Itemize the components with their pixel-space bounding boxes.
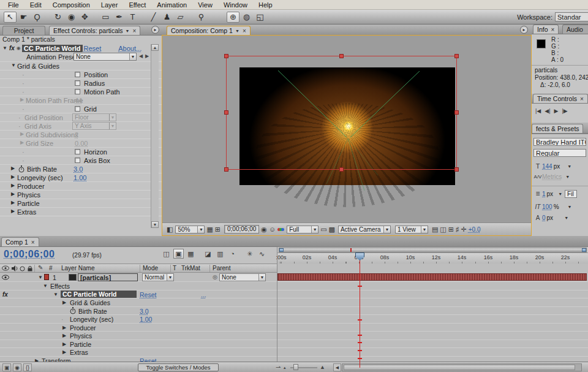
prop-value[interactable]: 44 (75, 97, 82, 104)
row-label[interactable]: Physics (70, 332, 92, 340)
group-label[interactable]: Producer (17, 183, 45, 190)
timeline-current-time[interactable]: 0;00;06;00 (4, 249, 55, 260)
timeline-ruler[interactable]: :00s 02s 04s 06s 08s 10s 12s 14s 16s 18s… (277, 247, 588, 264)
twirl-closed-icon[interactable]: ▶ (62, 325, 66, 330)
show-snapshot-icon[interactable]: ☺ (269, 226, 276, 233)
twirl-open-icon[interactable]: ▼ (11, 63, 16, 68)
menu-layer[interactable]: Layer (96, 1, 124, 9)
panel-menu-button[interactable]: ▸ (151, 26, 159, 34)
fast-preview-icon[interactable]: ◫ (440, 226, 446, 233)
twirl-closed-icon[interactable]: ▶ (20, 131, 24, 137)
handle-top-left[interactable] (224, 54, 228, 58)
vertical-scale-value[interactable]: 100 (542, 203, 552, 210)
close-icon[interactable]: × (580, 96, 584, 102)
parent-dropdown[interactable]: None ▼ (219, 273, 266, 281)
stopwatch-icon[interactable] (70, 307, 76, 314)
clone-stamp-tool-icon[interactable]: ♟ (160, 12, 173, 23)
axis-box-checkbox[interactable] (75, 158, 80, 163)
pixel-aspect-icon[interactable]: ▤ (432, 226, 438, 233)
rotation-tool-icon[interactable]: ↻ (51, 12, 64, 23)
col-t[interactable]: T (173, 265, 176, 271)
zoom-out-timeline-icon[interactable]: ▴ (284, 365, 286, 370)
roi-icon[interactable]: ▭ (320, 226, 326, 233)
handle-bottom-left[interactable] (224, 167, 228, 172)
layer-row-particals[interactable]: ▼ 1 [particals] Normal ▼ ◎ None ▼ (0, 273, 588, 282)
effect-about-link[interactable]: About... (118, 45, 141, 52)
work-area-bar[interactable] (279, 248, 587, 252)
brush-tool-icon[interactable]: ╱ (147, 12, 160, 23)
fx-badge-icon[interactable]: fx (2, 291, 8, 298)
twirl-closed-icon[interactable]: ▶ (11, 165, 15, 171)
pan-behind-tool-icon[interactable]: ✥ (78, 12, 91, 23)
tab-timeline-comp1[interactable]: Comp 1 × (1, 237, 39, 246)
effect-name[interactable]: CC Particle World (22, 45, 83, 52)
live-update-icon[interactable]: ▣ (173, 249, 184, 259)
channels-icon[interactable] (277, 228, 284, 231)
local-axis-mode-icon[interactable]: ⊕ (227, 12, 239, 23)
tab-audio[interactable]: Audio (562, 25, 588, 34)
pickwhip-icon[interactable]: ◎ (213, 274, 217, 280)
view-layout-dropdown[interactable]: 1 View ▼ (395, 226, 428, 233)
orbit-camera-tool-icon[interactable]: ◉ (65, 12, 78, 23)
expand-inout-panes-icon[interactable]: {} (23, 363, 32, 371)
motion-path-checkbox[interactable] (75, 89, 80, 94)
twirl-closed-icon[interactable]: ▶ (11, 208, 15, 214)
timeline-zoom-slider-thumb[interactable] (293, 364, 298, 370)
effect-reset-link[interactable]: Reset (84, 45, 102, 52)
handle-bottom-right[interactable] (454, 167, 459, 172)
timeline-button-icon[interactable]: ⊞ (448, 226, 454, 233)
menu-help[interactable]: Help (253, 1, 278, 9)
font-style-field[interactable]: Regular (533, 149, 586, 157)
zoom-tool-icon[interactable]: Ϙ (31, 12, 43, 23)
scroll-down-icon[interactable]: ▼ (151, 221, 159, 228)
birth-rate-value[interactable]: 3.0 (74, 165, 83, 173)
brainstorm-icon[interactable]: ✳ (244, 249, 255, 259)
dropdown-arrow-icon[interactable]: ▼ (567, 164, 571, 169)
puppet-pin-tool-icon[interactable]: ⚲ (195, 12, 208, 23)
close-icon[interactable]: × (133, 28, 137, 34)
row-label[interactable]: Particle (70, 341, 91, 348)
panel-menu-button[interactable]: ▸ (520, 26, 528, 34)
twirl-open-icon[interactable]: ▼ (38, 275, 43, 280)
row-label[interactable]: Birth Rate (78, 308, 107, 315)
type-tool-icon[interactable]: T (126, 12, 139, 23)
close-icon[interactable]: × (31, 239, 35, 246)
draft-3d-icon[interactable]: ▦ (186, 249, 196, 259)
horizon-checkbox[interactable] (75, 149, 80, 154)
expand-transfer-controls-icon[interactable]: ◉ (13, 363, 21, 371)
resolution-dropdown[interactable]: Full ▼ (287, 226, 318, 233)
row-label[interactable]: Effects (50, 283, 70, 290)
rectangle-tool-icon[interactable]: ▭ (99, 12, 112, 23)
prop-value[interactable]: 0.00 (75, 140, 88, 147)
stopwatch-icon[interactable] (18, 165, 24, 172)
radius-checkbox[interactable] (75, 80, 80, 86)
transparency-grid-icon[interactable]: ▩ (329, 226, 335, 233)
scroll-left-icon[interactable]: ◀ (333, 363, 341, 371)
longevity-value[interactable]: 1.00 (74, 174, 86, 181)
menu-view[interactable]: View (192, 1, 218, 9)
handle-mid-right[interactable] (454, 110, 459, 115)
eye-icon[interactable] (2, 274, 9, 281)
comp-mini-flowchart-icon[interactable]: ◫ (161, 249, 172, 259)
expand-layer-switches-icon[interactable]: ▣ (2, 363, 11, 371)
tab-project[interactable]: Project (2, 26, 45, 35)
twirl-closed-icon[interactable]: ▶ (62, 349, 66, 355)
row-label[interactable]: Grid & Guides (70, 299, 110, 306)
grid-guides-icon[interactable]: ▦ (206, 226, 213, 233)
frame-blend-icon[interactable]: ▥ (215, 249, 225, 259)
font-size-value[interactable]: 144 (542, 163, 552, 170)
work-area-start-handle[interactable] (279, 248, 284, 252)
reset-link[interactable]: Reset (140, 291, 156, 298)
playhead-line[interactable] (360, 260, 360, 368)
row-label[interactable]: Extras (70, 349, 88, 356)
longevity-value[interactable]: 1.00 (140, 316, 152, 323)
dropdown-arrow-icon[interactable]: ▼ (558, 192, 562, 196)
motion-blur-icon[interactable]: ◔ (227, 249, 238, 259)
dropdown-arrow-icon[interactable]: ▼ (129, 53, 136, 60)
layer-name[interactable]: [particals] (78, 273, 138, 281)
grid-checkbox[interactable] (75, 106, 80, 112)
scroll-up-icon[interactable]: ▲ (151, 44, 159, 51)
effect-controls-scrollbar[interactable]: ▲ ▼ (151, 44, 159, 228)
composition-viewer[interactable] (162, 36, 531, 222)
play-button[interactable]: ▶ (554, 108, 559, 114)
